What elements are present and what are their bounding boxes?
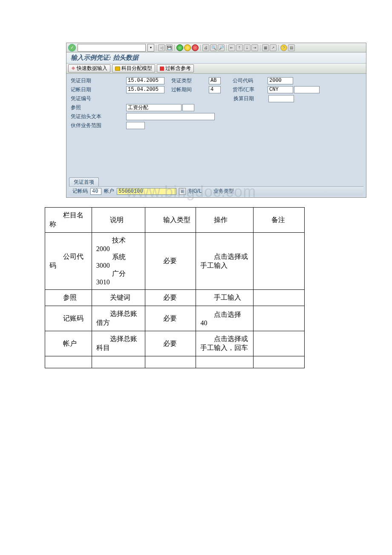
fast-entry-button[interactable]: 快速数据输入 [68, 64, 110, 72]
back-icon[interactable]: ◁ [158, 44, 165, 51]
posting-key-label: 记帐码 [72, 188, 88, 195]
doc-type-label: 凭证类型 [171, 77, 209, 84]
table-row: 参照 关键词 必要 手工输入 [45, 290, 305, 306]
currency-label: 货币/汇率 [233, 86, 268, 93]
doc-type-input[interactable]: AB [209, 77, 221, 84]
prev-page-icon[interactable]: ⇡ [236, 44, 243, 51]
table-header-row: 栏目名称 说明 输入类型 操作 备注 [45, 208, 305, 233]
doc-date-label: 凭证日期 [71, 77, 126, 84]
currency-input[interactable]: CNY [268, 86, 293, 93]
header-text-input[interactable] [126, 113, 215, 120]
trans-type-label: 业务类型 [213, 188, 234, 195]
form-row: 凭证抬头文本 [71, 112, 362, 121]
instruction-table: 栏目名称 说明 输入类型 操作 备注 公司代码 技术 2000系统 3000广分… [45, 207, 305, 368]
tab-strip: 凭证首项 [69, 176, 99, 185]
toolbar-separator [156, 45, 156, 51]
posting-key-input[interactable]: 40 [90, 188, 101, 195]
flag-icon [160, 66, 164, 71]
pencil-icon [71, 66, 75, 72]
reference-ext-input[interactable] [182, 104, 194, 111]
shortcut-icon[interactable]: ↗ [270, 44, 277, 51]
account-input[interactable]: 55060100 [117, 188, 176, 195]
enter-icon[interactable]: ✓ [68, 44, 76, 52]
new-session-icon[interactable]: ▦ [262, 44, 269, 51]
toolbar-separator [260, 45, 260, 51]
screen-title: 输入示例凭证: 抬头数据 [66, 52, 366, 64]
reference-label: 参照 [71, 104, 126, 111]
find-next-icon[interactable]: 🔎 [218, 44, 225, 51]
header-column-name: 栏目名称 [45, 208, 92, 233]
table-row: 公司代码 技术 2000系统 3000广分 3010 必要 点击选择或手工输入 [45, 233, 305, 290]
header-description: 说明 [92, 208, 145, 233]
form-row: 参照 工资分配 [71, 103, 362, 112]
toolbar-separator [174, 45, 175, 51]
app-toolbar: 快速数据输入 科目分配模型 过帐含参考 [66, 64, 366, 74]
reference-input[interactable]: 工资分配 [126, 104, 182, 111]
sap-main-toolbar: ✓ ▾ ◁ 💾 🖨 🔍 🔎 ⇤ ⇡ ⇣ ⇥ ▦ ↗ ? ▤ [66, 43, 366, 52]
last-page-icon[interactable]: ⇥ [251, 44, 258, 51]
command-dropdown-icon[interactable]: ▾ [147, 44, 154, 52]
header-note: 备注 [254, 208, 305, 233]
layout-icon[interactable]: ▤ [288, 44, 295, 51]
company-code-input[interactable]: 2000 [268, 77, 293, 84]
form-row: 凭证编号 换算日期 [71, 94, 362, 103]
header-operation: 操作 [196, 208, 254, 233]
search-help-icon[interactable]: ⊞ [179, 188, 186, 195]
header-text-label: 凭证抬头文本 [71, 113, 126, 120]
first-line-item-row: 记帐码 40 帐户 55060100 ⊞ 别G/L 业务类型 [69, 186, 363, 196]
fast-entry-label: 快速数据输入 [77, 65, 107, 72]
folder-icon [115, 66, 120, 71]
form-row: 凭证日期 15.04.2005 凭证类型 AB 公司代码 2000 [71, 76, 362, 85]
sgl-label: 别G/L [188, 188, 202, 195]
header-form: 凭证日期 15.04.2005 凭证类型 AB 公司代码 2000 记帐日期 1… [66, 74, 366, 197]
toolbar-separator [200, 45, 201, 51]
exit-icon[interactable] [184, 44, 191, 51]
company-code-label: 公司代码 [233, 77, 268, 84]
header-input-type: 输入类型 [145, 208, 196, 233]
period-input[interactable]: 4 [209, 86, 221, 93]
back-green-icon[interactable] [176, 44, 183, 51]
account-model-button[interactable]: 科目分配模型 [112, 64, 155, 72]
toolbar-separator [226, 45, 227, 51]
doc-number-label: 凭证编号 [71, 95, 126, 102]
command-field[interactable] [78, 44, 146, 52]
table-row [45, 356, 305, 368]
partner-ba-input[interactable] [126, 122, 145, 129]
post-reference-label: 过帐含参考 [165, 65, 191, 72]
form-row: 记帐日期 15.04.2005 过帐期间 4 货币/汇率 CNY [71, 85, 362, 94]
translate-date-label: 换算日期 [233, 95, 268, 102]
desc-cell: 技术 2000系统 3000广分 3010 [92, 233, 145, 290]
table-row: 帐户 选择总账科目 必要 点击选择或手工输入，回车 [45, 331, 305, 356]
posting-date-label: 记帐日期 [71, 86, 126, 93]
print-icon[interactable]: 🖨 [202, 44, 209, 51]
table-row: 记账码 选择总账借方 必要 点击选择 40 [45, 306, 305, 331]
form-row: 伙伴业务范围 [71, 121, 362, 130]
partner-ba-label: 伙伴业务范围 [71, 122, 126, 129]
period-label: 过帐期间 [171, 86, 209, 93]
next-page-icon[interactable]: ⇣ [244, 44, 251, 51]
posting-date-input[interactable]: 15.04.2005 [126, 86, 164, 93]
account-model-label: 科目分配模型 [121, 65, 152, 72]
first-page-icon[interactable]: ⇤ [228, 44, 235, 51]
doc-date-input[interactable]: 15.04.2005 [126, 77, 164, 84]
tab-first-item[interactable]: 凭证首项 [69, 177, 99, 187]
sap-window: ✓ ▾ ◁ 💾 🖨 🔍 🔎 ⇤ ⇡ ⇣ ⇥ ▦ ↗ ? ▤ [66, 43, 366, 198]
help-icon[interactable]: ? [280, 44, 287, 51]
account-label: 帐户 [104, 188, 114, 195]
toolbar-separator [278, 45, 279, 51]
post-reference-button[interactable]: 过帐含参考 [157, 64, 194, 72]
find-icon[interactable]: 🔍 [210, 44, 217, 51]
exchange-rate-input[interactable] [294, 86, 320, 93]
save-icon[interactable]: 💾 [166, 44, 173, 51]
cancel-icon[interactable] [192, 44, 199, 51]
translate-date-input[interactable] [268, 95, 294, 102]
